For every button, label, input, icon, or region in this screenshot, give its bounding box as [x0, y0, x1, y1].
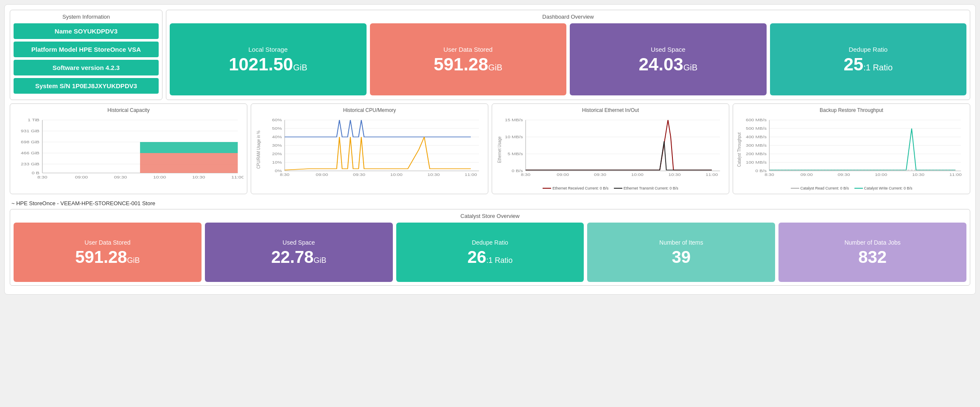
- historical-cpu-area: 60% 50% 40% 30% 20% 10% 0% CPU/RAM Usage…: [255, 116, 484, 184]
- cat-card-user-data-label: User Data Stored: [84, 239, 130, 246]
- ov-card-dedupe: Dedupe Ratio 25:1 Ratio: [770, 23, 967, 95]
- svg-text:09:00: 09:00: [75, 175, 88, 179]
- ov-card-local-storage: Local Storage 1021.50GiB: [170, 23, 367, 95]
- system-info-title: System Information: [14, 14, 159, 20]
- cat-card-data-jobs: Number of Data Jobs 832: [778, 223, 966, 282]
- svg-text:200 MB/s: 200 MB/s: [746, 152, 767, 156]
- svg-text:11:00: 11:00: [949, 173, 962, 177]
- ov-card-user-data-label: User Data Stored: [443, 46, 493, 53]
- cat-card-user-data-value: 591.28GiB: [75, 248, 140, 265]
- cat-card-num-items-label: Number of Items: [659, 239, 703, 246]
- ov-card-user-data-value: 591.28GiB: [434, 56, 502, 73]
- svg-text:0 B: 0 B: [32, 171, 39, 175]
- overview-cards: Local Storage 1021.50GiB User Data Store…: [170, 23, 966, 95]
- svg-text:698 GiB: 698 GiB: [21, 140, 39, 144]
- svg-text:09:30: 09:30: [837, 173, 850, 177]
- svg-text:600 MB/s: 600 MB/s: [746, 118, 767, 122]
- catalyst-section-wrapper: Catalyst Store Overview User Data Stored…: [10, 209, 970, 286]
- historical-capacity-title: Historical Capacity: [14, 107, 244, 113]
- catalyst-read-legend: Catalyst Read Current: 0 B/s: [791, 186, 849, 190]
- svg-text:1 TiB: 1 TiB: [28, 118, 39, 122]
- sys-card-serial: System S/N 1P0EJ8JXYUKDPDV3: [14, 78, 159, 94]
- historical-capacity-chart: Historical Capacity 1 TiB 931 GiB: [10, 103, 247, 194]
- dashboard-overview-title: Dashboard Overview: [170, 14, 966, 20]
- svg-text:09:00: 09:00: [316, 173, 328, 177]
- svg-text:500 MB/s: 500 MB/s: [746, 126, 767, 131]
- svg-text:11:00: 11:00: [465, 173, 477, 177]
- svg-text:10:30: 10:30: [668, 173, 680, 177]
- historical-ethernet-title: Historical Ethernet In/Out: [496, 107, 725, 113]
- ov-card-local-storage-label: Local Storage: [248, 46, 288, 53]
- svg-text:11:00: 11:00: [231, 175, 244, 179]
- dashboard-overview-panel: Dashboard Overview Local Storage 1021.50…: [166, 10, 970, 100]
- ov-card-dedupe-value: 25:1 Ratio: [843, 56, 893, 73]
- cat-card-dedupe: Dedupe Ratio 26:1 Ratio: [396, 223, 584, 282]
- historical-ethernet-chart: Historical Ethernet In/Out 15 MB/s 10 MB…: [492, 103, 729, 194]
- catalyst-cards: User Data Stored 591.28GiB Used Space 22…: [14, 223, 966, 282]
- svg-text:300 MB/s: 300 MB/s: [746, 143, 767, 148]
- ethernet-received-legend-line: [543, 188, 551, 189]
- sys-card-software: Software version 4.2.3: [14, 60, 159, 75]
- system-info-panel: System Information Name SOYUKDPDV3 Platf…: [10, 10, 162, 100]
- historical-capacity-svg: 1 TiB 931 GiB 698 GiB 466 GiB 233 GiB 0 …: [14, 116, 244, 184]
- backup-restore-area: 600 MB/s 500 MB/s 400 MB/s 300 MB/s 200 …: [736, 116, 966, 184]
- sys-card-platform: Platform Model HPE StoreOnce VSA: [14, 42, 159, 57]
- svg-text:10:00: 10:00: [390, 173, 403, 177]
- ov-card-used-space-label: Used Space: [651, 46, 686, 53]
- ethernet-transmit-legend: Ethernet Transmit Current: 0 B/s: [614, 186, 678, 190]
- svg-text:931 GiB: 931 GiB: [21, 129, 39, 133]
- svg-text:8:30: 8:30: [37, 175, 48, 179]
- cat-card-dedupe-value: 26:1 Ratio: [468, 248, 513, 265]
- historical-ethernet-svg: 15 MB/s 10 MB/s 5 MB/s 0 B/s Ethernet Us…: [496, 116, 725, 184]
- backup-restore-title: Backup Restore Throughput: [736, 107, 966, 113]
- svg-marker-20: [140, 142, 238, 153]
- ethernet-transmit-legend-line: [614, 188, 622, 189]
- svg-text:09:00: 09:00: [801, 173, 813, 177]
- svg-text:11:00: 11:00: [706, 173, 718, 177]
- svg-text:09:30: 09:30: [114, 175, 127, 179]
- backup-restore-chart: Backup Restore Throughput 600 MB/s: [733, 103, 970, 194]
- catalyst-write-legend-line: [854, 188, 863, 189]
- svg-text:Ethernet Usage: Ethernet Usage: [497, 137, 502, 163]
- main-container: System Information Name SOYUKDPDV3 Platf…: [4, 4, 976, 295]
- store-header: ~ HPE StoreOnce - VEEAM-HPE-STOREONCE-00…: [10, 198, 970, 209]
- cat-card-num-items-value: 39: [672, 248, 691, 265]
- store-section: ~ HPE StoreOnce - VEEAM-HPE-STOREONCE-00…: [10, 198, 970, 286]
- svg-text:5 MB/s: 5 MB/s: [507, 152, 523, 156]
- ov-card-dedupe-label: Dedupe Ratio: [848, 46, 888, 53]
- backup-restore-svg: 600 MB/s 500 MB/s 400 MB/s 300 MB/s 200 …: [736, 116, 966, 184]
- svg-text:10:30: 10:30: [192, 175, 205, 179]
- svg-text:09:30: 09:30: [353, 173, 365, 177]
- svg-text:10:00: 10:00: [875, 173, 887, 177]
- cat-card-used-space: Used Space 22.78GiB: [205, 223, 393, 282]
- svg-text:466 GiB: 466 GiB: [21, 151, 39, 155]
- svg-text:10:00: 10:00: [153, 175, 166, 179]
- svg-text:15 MB/s: 15 MB/s: [505, 118, 523, 122]
- historical-capacity-area: 1 TiB 931 GiB 698 GiB 466 GiB 233 GiB 0 …: [14, 116, 244, 184]
- ethernet-legend: Ethernet Received Current: 0 B/s Etherne…: [496, 185, 725, 190]
- cat-card-used-space-value: 22.78GiB: [271, 248, 326, 265]
- svg-text:10:00: 10:00: [631, 173, 644, 177]
- ov-card-used-space: Used Space 24.03GiB: [570, 23, 767, 95]
- svg-text:30%: 30%: [272, 143, 282, 148]
- svg-text:400 MB/s: 400 MB/s: [746, 135, 767, 139]
- svg-text:10:30: 10:30: [427, 173, 440, 177]
- charts-section: Historical Capacity 1 TiB 931 GiB: [10, 103, 970, 194]
- cat-card-num-items: Number of Items 39: [587, 223, 775, 282]
- svg-text:09:30: 09:30: [594, 173, 606, 177]
- catalyst-read-legend-line: [791, 188, 799, 189]
- cat-card-dedupe-label: Dedupe Ratio: [472, 239, 508, 246]
- historical-cpu-chart: Historical CPU/Memory 60% 50%: [251, 103, 488, 194]
- svg-text:09:00: 09:00: [557, 173, 569, 177]
- svg-text:8:30: 8:30: [521, 173, 531, 177]
- svg-text:233 GiB: 233 GiB: [21, 162, 39, 166]
- svg-text:CPU/RAM Usage in %: CPU/RAM Usage in %: [256, 131, 261, 169]
- svg-text:100 MB/s: 100 MB/s: [746, 160, 767, 164]
- catalyst-store-title: Catalyst Store Overview: [14, 213, 966, 219]
- svg-text:60%: 60%: [272, 118, 282, 122]
- svg-marker-22: [140, 153, 238, 173]
- cat-card-data-jobs-value: 832: [858, 248, 887, 265]
- sys-card-name: Name SOYUKDPDV3: [14, 23, 159, 39]
- backup-restore-legend: Catalyst Read Current: 0 B/s Catalyst Wr…: [736, 185, 966, 190]
- cat-card-used-space-label: Used Space: [283, 239, 315, 246]
